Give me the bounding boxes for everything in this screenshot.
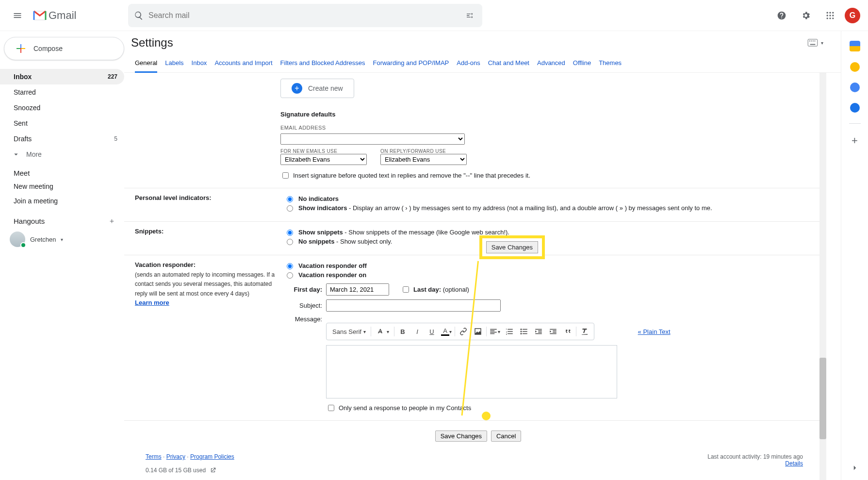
svg-rect-14 [810,44,816,45]
sidebar-item-snoozed[interactable]: Snoozed [0,100,124,116]
vacation-on-radio[interactable] [287,272,293,279]
snippets-label: Snippets: [135,227,276,247]
open-in-new-icon[interactable] [210,467,216,474]
rte-quote[interactable] [561,325,574,338]
tab-general[interactable]: General [135,54,157,73]
settings-scroll-area[interactable]: + Create new Signature defaults EMAIL AD… [124,73,841,480]
tab-filters-blocked[interactable]: Filters and Blocked Addresses [280,54,365,72]
first-day-input[interactable] [326,283,389,296]
support-button[interactable] [772,6,791,25]
activity-details-link[interactable]: Details [785,460,803,467]
svg-point-1 [829,12,831,13]
vacation-off-radio[interactable] [287,263,293,269]
footer-privacy-link[interactable]: Privacy [166,453,185,460]
contacts-addon-icon[interactable] [850,103,860,113]
search-bar[interactable] [128,4,482,27]
tab-advanced[interactable]: Advanced [537,54,565,72]
vacation-learn-more-link[interactable]: Learn more [135,299,169,306]
rte-italic[interactable]: I [411,325,424,338]
gmail-icon [33,10,47,21]
compose-label: Compose [33,45,63,52]
show-snippets-radio[interactable] [287,230,293,236]
settings-tabs: General Labels Inbox Accounts and Import… [124,54,841,73]
only-contacts-checkbox[interactable] [328,405,334,411]
input-tools-button[interactable] [807,36,818,50]
tab-themes[interactable]: Themes [599,54,622,72]
align-icon [489,327,498,336]
vacation-responder-desc: (sends an automated reply to incoming me… [135,271,275,297]
hangouts-section-title: Hangouts [14,217,45,225]
tab-forwarding-pop[interactable]: Forwarding and POP/IMAP [373,54,449,72]
caret-down-icon[interactable]: ▾ [821,40,823,46]
account-avatar[interactable]: G [845,8,860,23]
get-addons-button[interactable]: + [852,134,858,147]
only-contacts-label: Only send a response to people in my Con… [339,404,471,412]
rte-font-family[interactable]: Sans Serif ▾ [329,328,369,335]
tab-accounts-import[interactable]: Accounts and Import [214,54,272,72]
settings-button[interactable] [796,6,816,25]
svg-rect-9 [808,39,818,46]
save-changes-button[interactable]: Save Changes [435,430,487,442]
search-options-button[interactable] [463,9,476,22]
svg-rect-10 [809,41,810,42]
tasks-addon-icon[interactable] [850,83,860,92]
plain-text-link[interactable]: « Plain Text [638,328,671,335]
bulleted-list-icon [520,327,528,336]
rte-bold[interactable]: B [396,325,409,338]
hangouts-self-row[interactable]: Gretchen ▾ [0,229,124,250]
show-indicators-radio[interactable] [287,205,293,212]
no-indicators-radio[interactable] [287,196,293,202]
rte-numbered-list[interactable] [503,325,516,338]
rte-bulleted-list[interactable] [518,325,530,338]
vacation-message-body[interactable] [326,345,617,398]
footer-terms-link[interactable]: Terms [146,453,162,460]
rte-clear-formatting[interactable] [578,325,591,338]
calendar-addon-icon[interactable] [850,41,860,51]
last-day-checkbox[interactable] [403,286,409,293]
rte-image[interactable] [472,325,484,338]
compose-button[interactable]: Compose [4,37,124,60]
rte-text-color[interactable]: A ▾ [440,325,453,338]
signature-reply-select[interactable]: Elizabeth Evans [380,154,467,165]
rte-link[interactable] [457,325,470,338]
tab-inbox[interactable]: Inbox [192,54,207,72]
footer-program-policies-link[interactable]: Program Policies [190,453,234,460]
sidebar-item-sent[interactable]: Sent [0,116,124,131]
insert-signature-before-quote-checkbox[interactable] [282,172,289,179]
sidebar-item-inbox[interactable]: Inbox 227 [0,69,124,84]
sidebar-more[interactable]: More [0,147,124,162]
signature-defaults-title: Signature defaults [280,111,821,118]
rte-indent-less[interactable] [532,325,545,338]
tab-chat-meet[interactable]: Chat and Meet [488,54,529,72]
insert-signature-label: Insert signature before quoted text in r… [293,172,530,179]
keyboard-icon [807,39,818,47]
signature-new-select[interactable]: Elizabeth Evans [280,154,367,165]
collapse-side-panel-button[interactable] [851,463,859,474]
sidebar-item-drafts[interactable]: Drafts 5 [0,131,124,147]
signature-create-new-button[interactable]: + Create new [280,79,354,98]
apps-grid-icon [825,11,835,20]
rte-font-size[interactable]: ▾ [373,328,392,335]
meet-join-meeting[interactable]: Join a meeting [0,194,124,208]
tab-addons[interactable]: Add-ons [457,54,480,72]
meet-new-meeting[interactable]: New meeting [0,179,124,194]
tab-labels[interactable]: Labels [165,54,183,72]
svg-point-8 [832,17,834,19]
tab-offline[interactable]: Offline [573,54,591,72]
no-snippets-radio[interactable] [287,239,293,245]
cancel-button[interactable]: Cancel [491,430,521,442]
search-input[interactable] [147,11,459,20]
sidebar-item-starred[interactable]: Starred [0,84,124,100]
keep-addon-icon[interactable] [850,62,860,72]
rte-align[interactable]: ▾ [489,325,501,338]
hangouts-new-chat-button[interactable]: ＋ [106,215,117,227]
google-apps-button[interactable] [820,6,840,25]
svg-rect-12 [813,41,814,42]
rte-indent-more[interactable] [547,325,559,338]
signature-email-select[interactable] [280,133,465,145]
vertical-scrollbar[interactable] [810,73,826,480]
main-menu-button[interactable] [8,6,27,25]
hangouts-user-name: Gretchen [30,236,56,243]
gmail-logo: Gmail [31,9,76,22]
rte-underline[interactable]: U [426,325,438,338]
